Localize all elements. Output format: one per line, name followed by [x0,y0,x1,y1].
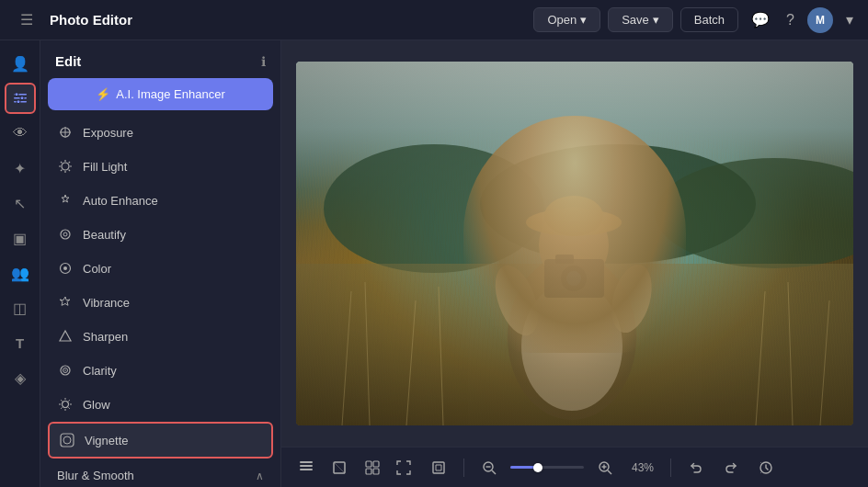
eye-icon-btn[interactable]: 👁 [5,118,36,149]
sharpen-icon [57,328,74,345]
ai-enhancer-label: A.I. Image Enhancer [116,87,225,101]
grid-bottom-button[interactable] [359,454,386,481]
text-icon-btn[interactable]: T [5,327,36,358]
photo-frame [296,62,853,425]
glow-label: Glow [83,398,110,412]
svg-line-14 [61,162,62,163]
svg-rect-59 [373,469,379,474]
blur-smooth-toggle[interactable]: ∧ [256,470,264,482]
auto-enhance-label: Auto Enhance [83,194,158,208]
svg-point-5 [17,100,20,104]
canvas-container[interactable] [281,40,868,447]
save-button[interactable]: Save ▾ [608,7,673,32]
header-left: ☰ Photo Editor [11,5,524,36]
svg-point-50 [605,260,658,337]
clarity-label: Clarity [83,364,117,378]
svg-point-3 [15,93,18,96]
vignette-label: Vignette [85,434,128,447]
beautify-label: Beautify [83,228,126,242]
svg-rect-57 [373,461,379,467]
menu-item-vibrance[interactable]: Vibrance [48,286,273,319]
menu-item-glow[interactable]: Glow [48,388,273,421]
redo-button[interactable] [717,454,745,481]
menu-item-color[interactable]: Color [48,252,273,285]
svg-line-67 [608,470,611,474]
color-label: Color [83,262,111,276]
vignette-icon [59,432,75,448]
menu-item-fill-light[interactable]: Fill Light [48,150,273,183]
svg-rect-26 [61,434,74,447]
zoom-slider-thumb[interactable] [533,463,542,472]
svg-point-25 [63,402,69,408]
svg-point-44 [544,196,603,236]
svg-rect-45 [544,259,604,298]
help-button[interactable]: ? [782,8,798,32]
menu-item-auto-enhance[interactable]: Auto Enhance [48,184,273,217]
glow-icon [57,396,74,413]
cursor-icon-btn[interactable]: ↖ [5,187,36,219]
fill-light-icon [57,158,74,175]
svg-point-42 [539,207,609,284]
vibrance-label: Vibrance [83,296,130,310]
svg-point-48 [566,271,581,286]
people-icon-btn[interactable]: 👤 [5,48,36,79]
menu-item-beautify[interactable]: Beautify [48,218,273,251]
bottom-left-controls [292,454,386,481]
canvas-area: 43% [281,40,868,487]
avatar-dropdown[interactable]: ▾ [842,7,857,32]
ai-enhancer-button[interactable]: ⚡ A.I. Image Enhancer [48,78,273,110]
svg-point-21 [63,266,67,270]
svg-point-24 [64,369,66,371]
icon-bar: 👤 👁 ✦ ↖ ▣ 👥 ◫ T ◈ [0,40,40,487]
group-icon-btn[interactable]: 👥 [5,257,36,289]
fullscreen-button[interactable] [390,454,417,481]
menu-item-sharpen[interactable]: Sharpen [48,320,273,353]
layers-icon-btn[interactable]: ▣ [5,222,36,254]
svg-point-9 [62,163,69,170]
zoom-slider[interactable] [510,466,584,469]
open-button[interactable]: Open ▾ [533,7,600,32]
svg-point-47 [561,266,587,291]
svg-rect-56 [366,461,371,467]
vibrance-icon [57,294,74,311]
batch-button[interactable]: Batch [680,7,738,32]
app-title: Photo Editor [50,12,132,28]
zoom-percent: 43% [626,461,659,474]
color-icon [57,260,74,277]
svg-point-19 [63,232,67,236]
info-icon[interactable]: ℹ [261,54,266,69]
fit-screen-button[interactable] [425,454,452,481]
edit-panel-body: ⚡ A.I. Image Enhancer Exposure Fill Ligh… [40,78,280,487]
header: ☰ Photo Editor Open ▾ Save ▾ Batch 💬 ? M… [0,0,868,40]
fill-light-label: Fill Light [83,160,127,174]
history-button[interactable] [752,454,780,481]
svg-rect-52 [300,465,313,467]
sticker-icon-btn[interactable]: ◈ [5,362,36,393]
blur-smooth-section-header[interactable]: Blur & Smooth ∧ [48,459,273,487]
svg-rect-58 [366,469,371,474]
magic-icon-btn[interactable]: ✦ [5,153,36,184]
exposure-icon [57,124,74,141]
svg-rect-51 [296,62,853,425]
svg-line-15 [69,170,70,171]
svg-line-63 [492,470,496,474]
zoom-in-button[interactable] [591,454,619,481]
ai-enhancer-icon: ⚡ [96,87,110,101]
main-content: 👤 👁 ✦ ↖ ▣ 👥 ◫ T ◈ Edit ℹ ⚡ [0,40,868,487]
crop-bottom-button[interactable] [326,454,353,481]
chat-button[interactable]: 💬 [748,7,773,32]
undo-button[interactable] [682,454,710,481]
avatar[interactable]: M [807,7,833,33]
bottom-center-controls: 43% [390,454,780,481]
layers-bottom-button[interactable] [292,454,320,481]
menu-item-exposure[interactable]: Exposure [48,116,273,149]
menu-item-vignette[interactable]: Vignette [48,422,273,459]
adjustments-icon-btn[interactable] [5,83,36,114]
menu-button[interactable]: ☰ [11,5,42,36]
menu-item-clarity[interactable]: Clarity [48,354,273,387]
template-icon-btn[interactable]: ◫ [5,292,36,323]
divider-1 [463,459,464,477]
zoom-out-button[interactable] [475,454,503,481]
divider-2 [670,459,671,477]
blur-smooth-title: Blur & Smooth [57,469,134,482]
